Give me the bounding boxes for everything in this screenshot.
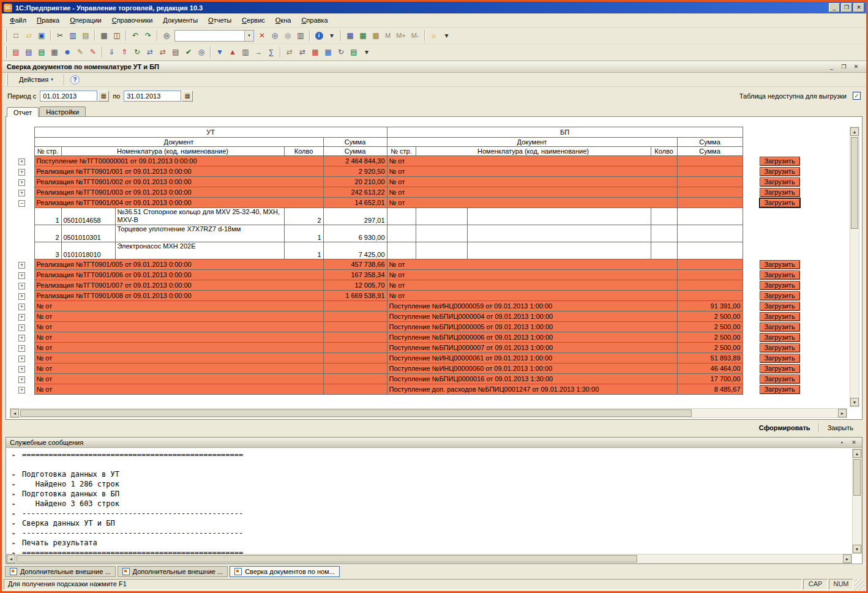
load-button[interactable]: Загрузить bbox=[760, 385, 800, 394]
scroll-track[interactable] bbox=[853, 458, 861, 545]
reread-icon[interactable]: ↻ bbox=[131, 46, 143, 58]
print-icon[interactable]: ▦ bbox=[98, 29, 110, 42]
bp-document-cell[interactable]: № от bbox=[387, 177, 677, 187]
bp-sum-cell[interactable] bbox=[677, 280, 743, 291]
menu-item-9[interactable]: Справка bbox=[296, 15, 332, 26]
print-preview-icon[interactable]: ◫ bbox=[111, 29, 123, 42]
bp-sum-cell[interactable]: 2 500,00 bbox=[677, 343, 743, 353]
toolbar-grip[interactable] bbox=[5, 29, 7, 42]
document-row[interactable]: +Реализация №ТГТ0901/007 от 09.01.2013 0… bbox=[10, 280, 801, 291]
ut-document-cell[interactable]: № от bbox=[34, 301, 323, 311]
ut-document-cell[interactable]: Поступление №ТГТ00000001 от 09.01.2013 0… bbox=[34, 156, 323, 166]
correction-icon[interactable]: ✎ bbox=[87, 46, 99, 58]
ut-document-cell[interactable]: Реализация №ТГТ0901/001 от 09.01.2013 0:… bbox=[34, 166, 323, 177]
load-button[interactable]: Загрузить bbox=[760, 188, 800, 197]
expand-icon[interactable]: + bbox=[18, 283, 25, 289]
load-button[interactable]: Загрузить bbox=[760, 333, 800, 342]
copy-icon[interactable]: ▥ bbox=[67, 29, 79, 42]
detail-row[interactable]: 30101018010Электронасос MXH 202E17 425,0… bbox=[10, 242, 801, 259]
help-icon[interactable]: ? bbox=[70, 75, 80, 84]
expand-icon[interactable]: + bbox=[18, 345, 25, 352]
document-row[interactable]: +№ отПоступление №БПИЦ0000004 от 09.01.2… bbox=[10, 311, 801, 322]
bp-document-cell[interactable]: Поступление доп. расходов №БПИЦ0001247 о… bbox=[387, 384, 677, 395]
scroll-thumb[interactable] bbox=[17, 555, 637, 562]
export-unavailable-checkbox[interactable]: ✓ bbox=[853, 92, 861, 100]
bp-document-cell[interactable]: № от bbox=[387, 198, 677, 208]
report-minimize-button[interactable]: _ bbox=[826, 62, 837, 71]
expand-icon[interactable]: + bbox=[18, 335, 25, 341]
close-button[interactable]: ✕ bbox=[853, 3, 864, 12]
expand-icon[interactable]: + bbox=[18, 190, 25, 196]
toolbar-grip[interactable] bbox=[5, 46, 7, 58]
document-row[interactable]: +Поступление №ТГТ00000001 от 09.01.2013 … bbox=[10, 156, 801, 166]
menu-item-5[interactable]: Документы bbox=[158, 15, 203, 26]
print-label-icon[interactable]: ▤ bbox=[23, 46, 35, 58]
scroll-down-button[interactable]: ▼ bbox=[850, 398, 859, 406]
load-button[interactable]: Загрузить bbox=[760, 364, 800, 373]
print-document-icon[interactable]: ▤ bbox=[10, 46, 22, 58]
clear-document-icon[interactable]: ▲ bbox=[226, 46, 239, 58]
expand-icon[interactable]: + bbox=[18, 169, 25, 176]
calendar-icon[interactable]: ▦ bbox=[357, 29, 369, 42]
ut-document-cell[interactable]: Реализация №ТГТ0901/006 от 09.01.2013 0:… bbox=[34, 270, 323, 280]
ut-sum-cell[interactable]: 242 613,22 bbox=[323, 187, 387, 198]
bp-sum-cell[interactable] bbox=[677, 291, 743, 301]
message-line[interactable]: ►---------------------------------------… bbox=[6, 509, 852, 518]
document-row[interactable]: +№ отПоступление №БПИЦ0000016 от 09.01.2… bbox=[10, 374, 801, 384]
document-row[interactable]: +Реализация №ТГТ0901/006 от 09.01.2013 0… bbox=[10, 270, 801, 280]
memory-plus-button[interactable]: M+ bbox=[394, 31, 408, 40]
open-icon[interactable]: ▱ bbox=[23, 29, 35, 42]
undo-icon[interactable]: ↶ bbox=[129, 29, 141, 42]
scroll-left-button[interactable]: ◄ bbox=[7, 554, 15, 563]
cash-register-icon[interactable]: ▦ bbox=[48, 46, 61, 58]
expand-icon[interactable]: + bbox=[18, 356, 25, 362]
memory-minus-button[interactable]: M- bbox=[409, 31, 422, 40]
clear-search-icon[interactable]: ✕ bbox=[256, 29, 268, 42]
document-row[interactable]: +№ отПоступление №ИНЦ00000061 от 09.01.2… bbox=[10, 353, 801, 364]
documents-journal-icon[interactable]: ▤ bbox=[170, 46, 182, 58]
bp-sum-cell[interactable]: 8 485,67 bbox=[677, 384, 743, 395]
scroll-thumb[interactable] bbox=[851, 137, 858, 229]
ut-sum-cell[interactable]: 1 669 538,91 bbox=[323, 291, 387, 301]
scroll-track[interactable] bbox=[850, 136, 859, 398]
ut-document-cell[interactable]: Реализация №ТГТ0901/005 от 09.01.2013 0:… bbox=[34, 259, 323, 270]
calendar-icon[interactable]: ▦ bbox=[98, 91, 109, 102]
scroll-right-button[interactable]: ► bbox=[838, 409, 847, 417]
exchange-bp-icon[interactable]: ⇄ bbox=[296, 46, 309, 58]
ut-sum-cell[interactable] bbox=[323, 343, 387, 353]
load-button[interactable]: Загрузить bbox=[760, 157, 800, 166]
collapse-icon[interactable]: − bbox=[18, 200, 25, 207]
find-icon[interactable]: ◎ bbox=[160, 29, 173, 42]
ut-sum-cell[interactable]: 2 920,50 bbox=[323, 166, 387, 177]
period-from-input[interactable] bbox=[40, 91, 97, 102]
expand-icon[interactable]: + bbox=[18, 376, 25, 383]
ut-document-cell[interactable]: Реализация №ТГТ0901/003 от 09.01.2013 0:… bbox=[34, 187, 323, 198]
search-input[interactable] bbox=[175, 31, 244, 40]
saved-settings-icon[interactable]: ▥ bbox=[294, 29, 307, 42]
document-search-icon[interactable]: ◎ bbox=[195, 46, 208, 58]
calculator-icon[interactable]: ▦ bbox=[370, 29, 382, 42]
document-row[interactable]: −Реализация №ТГТ0901/004 от 09.01.2013 0… bbox=[10, 198, 801, 208]
sketch-icon[interactable]: ✎ bbox=[74, 46, 86, 58]
load-button[interactable]: Загрузить bbox=[760, 281, 800, 290]
new-document-icon[interactable]: □ bbox=[10, 29, 22, 42]
pin-icon[interactable]: ▪ bbox=[837, 439, 846, 447]
scroll-down-button[interactable]: ▼ bbox=[853, 545, 861, 553]
expand-icon[interactable]: + bbox=[18, 314, 25, 321]
bp-document-cell[interactable]: Поступление №БПИЦ0000005 от 09.01.2013 1… bbox=[387, 322, 677, 332]
toolbar-more-icon[interactable]: ▾ bbox=[361, 46, 373, 58]
detail-row[interactable]: 20501010301Торцевое уплотнение Х7Х7RZ7 d… bbox=[10, 225, 801, 242]
detail-row[interactable]: 10501014658№36.51 Стопорное кольцо для M… bbox=[10, 208, 801, 225]
report-close-button[interactable]: ✕ bbox=[851, 62, 861, 71]
load-button[interactable]: Загрузить bbox=[760, 354, 800, 363]
document-row[interactable]: +№ отПоступление №БПИЦ0000005 от 09.01.2… bbox=[10, 322, 801, 332]
load-button[interactable]: Загрузить bbox=[760, 323, 800, 332]
load-button[interactable]: Загрузить bbox=[760, 343, 800, 352]
document-row[interactable]: +Реализация №ТГТ0901/005 от 09.01.2013 0… bbox=[10, 259, 801, 270]
ut-sum-cell[interactable] bbox=[323, 322, 387, 332]
bp-sum-cell[interactable] bbox=[677, 177, 743, 187]
print-price-tag-icon[interactable]: ▤ bbox=[36, 46, 48, 58]
message-line[interactable] bbox=[6, 460, 852, 469]
message-line[interactable]: ►Печать результата bbox=[6, 538, 852, 548]
ut-sum-cell[interactable] bbox=[323, 301, 387, 311]
